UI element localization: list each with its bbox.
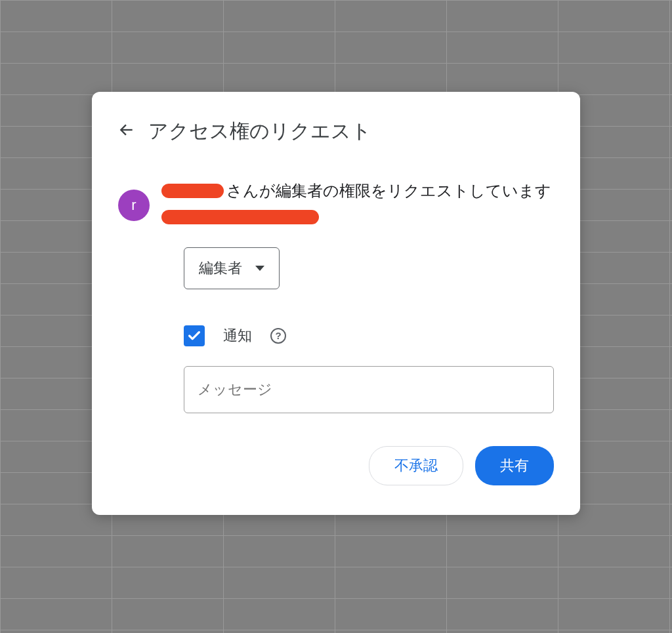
notify-checkbox[interactable] [184,325,205,346]
request-text: さんが編集者の権限をリクエストしています [226,178,551,205]
redacted-email [161,210,319,224]
request-text-block: さんが編集者の権限をリクエストしています [161,178,554,224]
access-request-modal: アクセス権のリクエスト r さんが編集者の権限をリクエストしています 編集者 通… [92,92,580,515]
modal-title: アクセス権のリクエスト [148,118,371,145]
role-select[interactable]: 編集者 [184,247,280,289]
decline-button[interactable]: 不承認 [369,446,463,485]
help-icon[interactable]: ? [270,328,286,344]
modal-header: アクセス権のリクエスト [118,118,554,145]
requester-email-line [161,210,554,224]
role-select-label: 編集者 [199,258,242,278]
avatar: r [118,190,150,221]
share-button[interactable]: 共有 [475,446,554,485]
requester-section: r さんが編集者の権限をリクエストしています [118,178,554,224]
message-input[interactable] [198,381,540,398]
request-description: さんが編集者の権限をリクエストしています [161,178,554,205]
message-input-wrapper[interactable] [184,366,554,413]
caret-down-icon [255,266,264,271]
notify-label: 通知 [223,326,252,346]
notify-row: 通知 ? [184,325,554,346]
back-arrow-icon[interactable] [118,121,135,142]
button-row: 不承認 共有 [118,446,554,485]
redacted-name [161,184,224,198]
